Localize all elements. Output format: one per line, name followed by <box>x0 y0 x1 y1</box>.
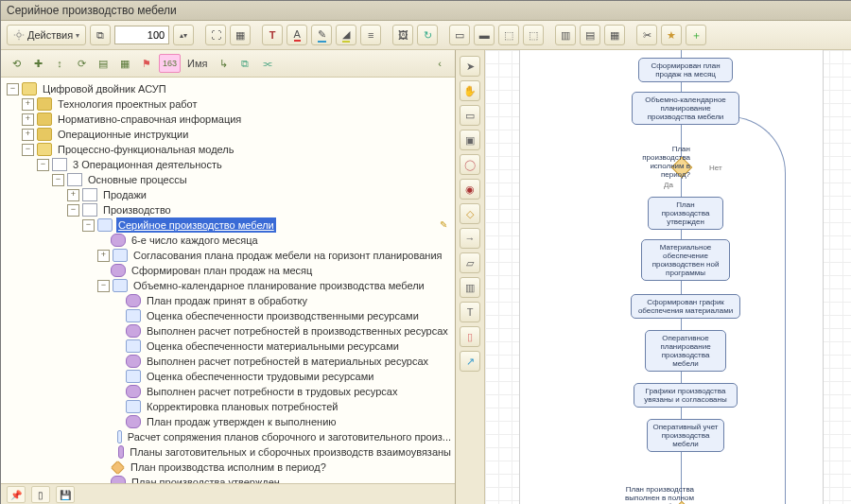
expander-icon[interactable]: − <box>82 219 95 232</box>
edit-pencil-icon[interactable]: ✎ <box>440 217 447 233</box>
palette-gateway[interactable]: ◇ <box>460 203 480 224</box>
align-button-1[interactable]: ▥ <box>555 25 576 45</box>
tree-item[interactable]: Расчет сопряжения планов сборочного и за… <box>5 429 453 444</box>
tree-item[interactable]: Планы заготовительных и сборочных произв… <box>5 444 453 460</box>
tree-item[interactable]: +Продажи <box>5 187 453 202</box>
bookmark-button[interactable]: ★ <box>661 25 682 45</box>
diagram-node[interactable]: Оперативный учет производства мебели <box>647 419 724 452</box>
diagram-node[interactable]: Материальное обеспечение производствен н… <box>641 239 730 281</box>
diagram-node[interactable]: План производства утвержден <box>648 197 723 230</box>
line-color-button[interactable]: ✎ <box>311 25 332 45</box>
diagram-node[interactable]: Объемно-календарное планирование произво… <box>632 92 739 125</box>
palette-end-event[interactable]: ◉ <box>460 179 480 200</box>
actions-dropdown[interactable]: Действия ▾ <box>7 25 86 45</box>
ungroup-button[interactable]: ⬚ <box>523 25 544 45</box>
align-button-3[interactable]: ▦ <box>604 25 625 45</box>
expander-icon[interactable]: − <box>97 280 110 292</box>
line-style-button[interactable]: ≡ <box>360 25 381 45</box>
diagram-node[interactable]: Оперативное планирование производства ме… <box>645 330 726 372</box>
palette-data[interactable]: ▱ <box>460 252 480 273</box>
expander-icon[interactable]: + <box>22 129 34 141</box>
tree-item[interactable]: Выполнен расчет потребностей в производс… <box>5 323 453 339</box>
tree-add-button[interactable]: ✚ <box>28 54 47 73</box>
tree-item[interactable]: −3 Операционная деятельность <box>5 157 453 172</box>
tree-btn-a[interactable]: ↳ <box>214 54 233 73</box>
footer-doc-button[interactable]: ▯ <box>31 486 50 503</box>
tree-item[interactable]: Сформирован план продаж на месяц <box>5 263 453 278</box>
layer-back-button[interactable]: ▭ <box>449 25 470 45</box>
expander-icon[interactable]: − <box>7 83 19 96</box>
palette-task[interactable]: ▭ <box>460 105 480 126</box>
tree-item[interactable]: Оценка обеспеченности производственными … <box>5 308 453 323</box>
tree-item[interactable]: −Процессно-функциональная модель <box>5 142 453 157</box>
tree-item-selected[interactable]: −Серийное производство мебели✎ <box>5 217 453 233</box>
tree-item[interactable]: Выполнен расчет потребности в трудовых р… <box>5 384 453 399</box>
add-button[interactable]: ＋ <box>686 25 706 45</box>
palette-flow[interactable]: → <box>460 228 480 249</box>
copy-button[interactable]: ⧉ <box>90 25 111 45</box>
tree-id-button[interactable]: 163 <box>159 54 181 73</box>
tree-item[interactable]: Оценка обеспеченности материальными ресу… <box>5 339 453 354</box>
tree-refresh-button[interactable]: ⟲ <box>7 54 26 73</box>
diagram-canvas[interactable]: Сформирован план продаж на месяц Объемно… <box>485 50 851 504</box>
tree-view1-button[interactable]: ▤ <box>94 54 113 73</box>
tree-btn-b[interactable]: ⧉ <box>235 54 254 73</box>
tree-item[interactable]: План продаж утвержден к выполнению <box>5 414 453 429</box>
diagram-node[interactable]: Сформирован график обеспечения материала… <box>631 294 740 319</box>
tree-up-button[interactable]: ↕ <box>50 54 69 73</box>
tree-item[interactable]: −Объемно-календарное планирование произв… <box>5 278 453 293</box>
diagram-node[interactable]: Сформирован план продаж на месяц <box>638 58 733 82</box>
tree-item[interactable]: +Нормативно-справочная информация <box>5 112 453 127</box>
expander-icon[interactable]: + <box>22 113 34 126</box>
font-color-button[interactable]: A <box>287 25 307 45</box>
diagram-node[interactable]: Графики производства увязаны и согласова… <box>634 383 738 408</box>
expander-icon[interactable]: − <box>37 159 49 171</box>
tree-item[interactable]: +Операционные инструкции <box>5 127 453 142</box>
image-button[interactable]: 🖼 <box>392 25 413 45</box>
tree-mark-button[interactable]: ⚑ <box>137 54 156 73</box>
tools-button[interactable]: ✂ <box>636 25 657 45</box>
tree-collapse-button[interactable]: ‹ <box>430 54 449 73</box>
zoom-input[interactable] <box>114 26 169 44</box>
refresh-button[interactable]: ↻ <box>417 25 438 45</box>
tree-item[interactable]: +Технология проектных работ <box>5 96 453 112</box>
tree-view2-button[interactable]: ▦ <box>115 54 134 73</box>
palette-note[interactable]: ▯ <box>460 326 480 347</box>
grid-button[interactable]: ▦ <box>230 25 251 45</box>
expander-icon[interactable]: − <box>67 204 79 217</box>
tree-item[interactable]: +Согласования плана продаж мебели на гор… <box>5 248 453 263</box>
tree-item[interactable]: 6-е число каждого месяца <box>5 233 453 248</box>
palette-pointer[interactable]: ➤ <box>460 56 480 77</box>
palette-subprocess[interactable]: ▣ <box>460 130 480 150</box>
layer-front-button[interactable]: ▬ <box>474 25 495 45</box>
palette-pool[interactable]: ▥ <box>460 277 480 298</box>
align-button-2[interactable]: ▤ <box>580 25 600 45</box>
expander-icon[interactable]: − <box>52 174 64 186</box>
tree-item[interactable]: −Производство <box>5 202 453 217</box>
expander-icon[interactable]: − <box>22 144 34 156</box>
tree-item[interactable]: Корректировка плановых потребностей <box>5 399 453 414</box>
palette-text[interactable]: T <box>460 302 480 322</box>
footer-save-button[interactable]: 💾 <box>56 486 75 503</box>
zoom-stepper[interactable]: ▴▾ <box>173 25 194 45</box>
tree-btn-c[interactable]: ⫘ <box>257 54 276 73</box>
tree-item[interactable]: План производства утвержден <box>5 475 453 483</box>
tree-sync-button[interactable]: ⟳ <box>72 54 91 73</box>
palette-hand[interactable]: ✋ <box>460 80 480 101</box>
palette-link[interactable]: ↗ <box>460 351 480 372</box>
footer-pin-button[interactable]: 📌 <box>7 486 26 503</box>
group-button[interactable]: ⬚ <box>498 25 519 45</box>
fit-button[interactable]: ⛶ <box>205 25 226 45</box>
tree-item[interactable]: −Основные процессы <box>5 172 453 187</box>
text-tool-button[interactable]: T <box>262 25 283 45</box>
expander-icon[interactable]: + <box>22 98 34 111</box>
expander-icon[interactable]: + <box>67 189 79 201</box>
process-tree[interactable]: −Цифровой двойник АСУП +Технология проек… <box>1 78 455 483</box>
tree-item[interactable]: План производства исполним в период? <box>5 460 453 475</box>
expander-icon[interactable]: + <box>97 250 110 262</box>
tree-root[interactable]: −Цифровой двойник АСУП <box>5 81 453 96</box>
tree-item[interactable]: Оценка обеспеченности трудовыми ресурсам… <box>5 369 453 384</box>
tree-item[interactable]: Выполнен расчет потребностей в материаль… <box>5 354 453 369</box>
palette-event[interactable]: ◯ <box>460 154 480 175</box>
tree-item[interactable]: План продаж принят в обработку <box>5 293 453 308</box>
